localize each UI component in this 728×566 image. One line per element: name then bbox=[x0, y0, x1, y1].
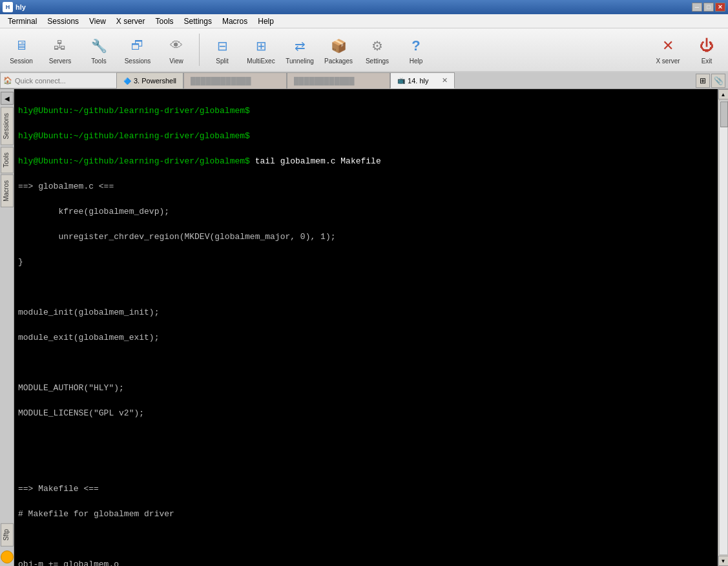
sftp-status-indicator bbox=[1, 550, 14, 563]
hly-tab-close[interactable]: ✕ bbox=[442, 76, 448, 85]
tools-label: Tools bbox=[91, 58, 106, 65]
maximize-button[interactable]: □ bbox=[703, 3, 714, 12]
sidebar-collapse-button[interactable]: ◀ bbox=[1, 92, 14, 105]
term-line-0: hly@Ubuntu:~/github/learning-driver/glob… bbox=[18, 105, 714, 118]
term-line-3: ==> globalmem.c <== bbox=[18, 180, 714, 193]
window-title: hly bbox=[16, 3, 692, 11]
servers-button[interactable]: 🖧 Servers bbox=[41, 30, 79, 69]
window-controls: ─ □ ✕ bbox=[692, 3, 725, 12]
powershell-tab-label: 3. Powershell bbox=[134, 77, 176, 85]
view-label: View bbox=[169, 58, 183, 65]
term-line-9: module_exit(globalmem_exit); bbox=[18, 331, 714, 344]
tab-blurred-1[interactable]: ████████████ bbox=[183, 72, 287, 89]
toolbar: 🖥 Session 🖧 Servers 🔧 Tools 🗗 Sessions 👁… bbox=[0, 28, 728, 72]
menu-bar: Terminal Sessions View X server Tools Se… bbox=[0, 14, 728, 28]
term-line-18: obj-m += globalmem.o bbox=[18, 558, 714, 567]
xserver-icon: ✕ bbox=[658, 36, 678, 56]
term-line-17 bbox=[18, 533, 714, 546]
tools-button[interactable]: 🔧 Tools bbox=[80, 30, 118, 69]
term-line-13 bbox=[18, 432, 714, 445]
menu-settings[interactable]: Settings bbox=[179, 16, 217, 27]
exit-label: Exit bbox=[702, 58, 712, 65]
tunneling-button[interactable]: ⇄ Tunneling bbox=[281, 30, 318, 69]
multiexec-icon: ⊞ bbox=[251, 36, 271, 56]
tab-expand-button[interactable]: ⊞ bbox=[696, 74, 710, 88]
sidebar-sessions-tab[interactable]: Sessions bbox=[1, 107, 14, 145]
sessions-icon: 🗗 bbox=[127, 36, 148, 56]
servers-icon: 🖧 bbox=[50, 36, 70, 56]
quick-connect-input[interactable] bbox=[15, 77, 99, 85]
term-line-6: } bbox=[18, 256, 714, 269]
packages-button[interactable]: 📦 Packages bbox=[320, 30, 357, 69]
tab-blurred-2[interactable]: ████████████ bbox=[287, 72, 390, 89]
sessions-button[interactable]: 🗗 Sessions bbox=[119, 30, 156, 69]
hly-tab-label: 14. hly bbox=[408, 77, 428, 85]
toolbar-right: ✕ X server ⏻ Exit bbox=[649, 30, 725, 69]
terminal-output: hly@Ubuntu:~/github/learning-driver/glob… bbox=[14, 89, 718, 566]
xserver-button[interactable]: ✕ X server bbox=[649, 30, 687, 69]
toolbar-separator bbox=[199, 34, 200, 66]
terminal-container[interactable]: hly@Ubuntu:~/github/learning-driver/glob… bbox=[14, 89, 718, 566]
session-icon: 🖥 bbox=[11, 36, 32, 56]
menu-macros[interactable]: Macros bbox=[217, 16, 253, 27]
tunneling-icon: ⇄ bbox=[289, 36, 310, 56]
blurred-tab-1-label: ████████████ bbox=[191, 77, 251, 85]
split-label: Split bbox=[216, 58, 228, 65]
help-button[interactable]: ? Help bbox=[397, 30, 435, 69]
term-line-8: module_init(globalmem_init); bbox=[18, 306, 714, 319]
term-line-7 bbox=[18, 281, 714, 294]
menu-sessions[interactable]: Sessions bbox=[42, 16, 84, 27]
exit-icon: ⏻ bbox=[696, 36, 717, 56]
tab-hly[interactable]: 📺 14. hly ✕ bbox=[390, 72, 455, 89]
close-button[interactable]: ✕ bbox=[715, 3, 725, 12]
packages-icon: 📦 bbox=[328, 36, 349, 56]
main-area: ◀ Sessions Tools Macros Sftp hly@Ubuntu:… bbox=[0, 89, 728, 566]
minimize-button[interactable]: ─ bbox=[692, 3, 702, 12]
title-bar: H hly ─ □ ✕ bbox=[0, 0, 728, 14]
term-line-4: kfree(globalmem_devp); bbox=[18, 205, 714, 218]
scroll-track[interactable] bbox=[719, 100, 728, 555]
menu-view[interactable]: View bbox=[84, 16, 111, 27]
session-button[interactable]: 🖥 Session bbox=[3, 30, 40, 69]
multiexec-button[interactable]: ⊞ MultiExec bbox=[242, 30, 280, 69]
quick-connect[interactable]: 🏠 bbox=[0, 72, 116, 89]
tools-icon: 🔧 bbox=[88, 36, 109, 56]
term-line-12: MODULE_LICENSE("GPL v2"); bbox=[18, 407, 714, 420]
term-line-11: MODULE_AUTHOR("HLY"); bbox=[18, 382, 714, 395]
packages-label: Packages bbox=[324, 58, 353, 65]
app-icon: H bbox=[3, 2, 13, 12]
term-line-15: ==> Makefile <== bbox=[18, 483, 714, 496]
quick-connect-icon: 🏠 bbox=[3, 76, 12, 85]
sidebar-tools-tab[interactable]: Tools bbox=[1, 147, 14, 173]
blurred-tab-2-label: ████████████ bbox=[294, 77, 355, 85]
term-line-16: # Makefile for globalmem driver bbox=[18, 508, 714, 521]
tab-powershell[interactable]: 🔷 3. Powershell bbox=[116, 72, 183, 89]
servers-label: Servers bbox=[49, 58, 71, 65]
menu-help[interactable]: Help bbox=[253, 16, 279, 27]
sessions-label: Sessions bbox=[125, 58, 151, 65]
sidebar-sftp-tab[interactable]: Sftp bbox=[1, 523, 14, 547]
hly-tab-icon: 📺 bbox=[397, 77, 405, 84]
help-label: Help bbox=[410, 58, 423, 65]
tab-right-buttons: ⊞ 📎 bbox=[693, 72, 728, 89]
menu-xserver[interactable]: X server bbox=[111, 16, 151, 27]
session-label: Session bbox=[10, 58, 33, 65]
tab-attach-button[interactable]: 📎 bbox=[711, 74, 725, 88]
settings-icon: ⚙ bbox=[367, 36, 388, 56]
scroll-down-button[interactable]: ▼ bbox=[718, 556, 729, 566]
multiexec-label: MultiExec bbox=[247, 58, 275, 65]
menu-tools[interactable]: Tools bbox=[151, 16, 179, 27]
scroll-thumb[interactable] bbox=[720, 101, 728, 127]
split-button[interactable]: ⊟ Split bbox=[203, 30, 241, 69]
powershell-tab-icon: 🔷 bbox=[123, 78, 131, 85]
menu-terminal[interactable]: Terminal bbox=[3, 16, 42, 27]
settings-button[interactable]: ⚙ Settings bbox=[359, 30, 396, 69]
exit-button[interactable]: ⏻ Exit bbox=[688, 30, 725, 69]
settings-label: Settings bbox=[366, 58, 389, 65]
term-line-1: hly@Ubuntu:~/github/learning-driver/glob… bbox=[18, 130, 714, 143]
view-button[interactable]: 👁 View bbox=[158, 30, 195, 69]
scroll-up-button[interactable]: ▲ bbox=[718, 89, 729, 100]
sidebar-macros-tab[interactable]: Macros bbox=[1, 174, 14, 207]
tunneling-label: Tunneling bbox=[286, 58, 314, 65]
terminal-scrollbar: ▲ ▼ bbox=[718, 89, 728, 566]
